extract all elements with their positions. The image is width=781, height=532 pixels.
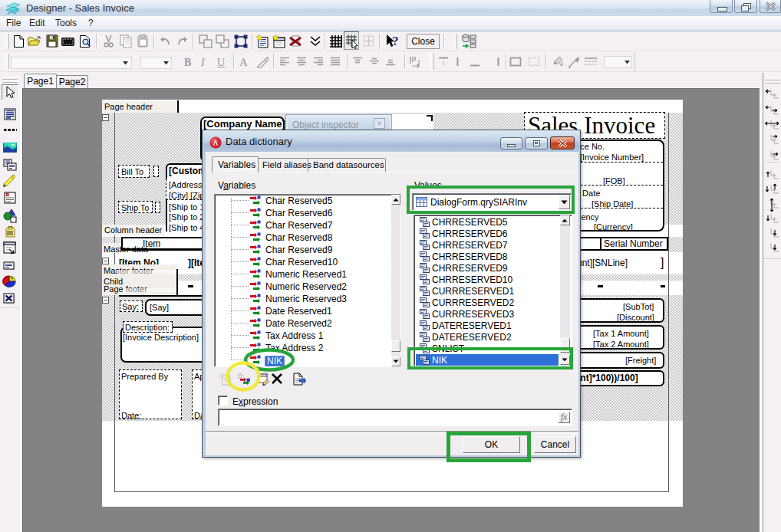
svg-text:?: ? <box>392 34 399 48</box>
